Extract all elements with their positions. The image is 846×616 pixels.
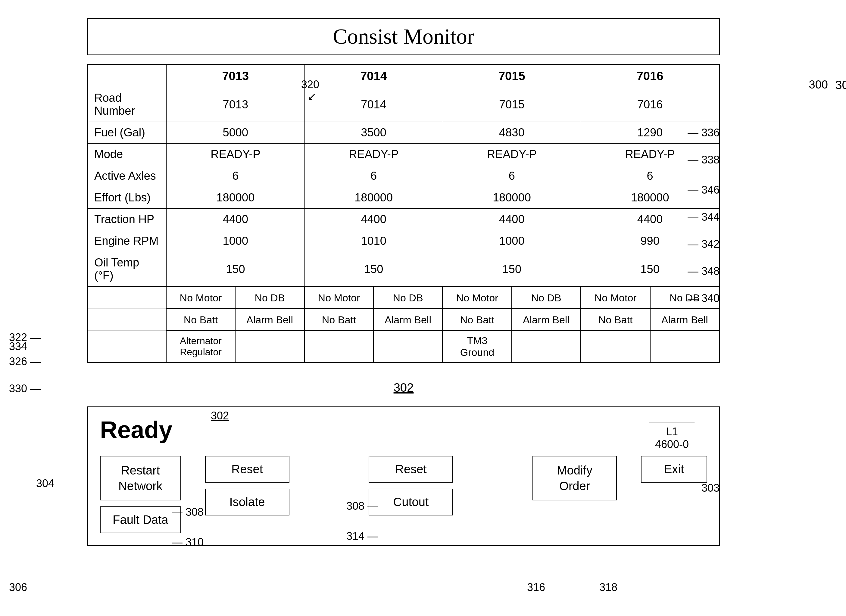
ref-346-label: — 346 [687,184,720,196]
u4-empty2 [650,331,720,362]
alert-label-empty-1 [88,287,166,309]
reset1-button[interactable]: Reset [205,456,289,483]
ref-348-label: — 348 [687,265,720,277]
btn-group-4: Modify Order [532,456,617,500]
data-table: 7013701470157016Road Number7013701470157… [88,65,719,287]
restart-network-button[interactable]: Restart Network [100,456,181,500]
row-label-1: Fuel (Gal) [88,122,166,144]
row-0-col-2: 7015 [443,87,581,122]
ref-326-label: 326 — [9,355,41,368]
btn-group-5: Exit [641,456,707,483]
row-0-col-0: 7013 [166,87,305,122]
row-label-7: Oil Temp (°F) [88,252,166,287]
alert-label-empty-2 [88,309,166,331]
unit3-row1: No Motor No DB [443,287,581,309]
ref-300-label: 300 [809,78,828,91]
table-row: Road Number7013701470157016 [88,87,719,122]
bottom-panel: Ready L1 4600-0 Restart Network Fault Da… [87,406,720,546]
modify-order-button[interactable]: Modify Order [532,456,617,500]
unit4-row3 [581,331,719,362]
u2-no-batt: No Batt [304,309,373,331]
row-3-col-1: 6 [304,165,443,187]
row-3-col-2: 6 [443,165,581,187]
u1-alarm-bell: Alarm Bell [235,309,304,331]
alert-row2-data: No Batt Alarm Bell No Batt Alarm Bell No… [166,309,719,331]
row-5-col-2: 4400 [443,209,581,230]
ref-314-label: 314 — [347,530,378,543]
table-row: Fuel (Gal)5000350048301290 [88,122,719,144]
alert-label-empty-3 [88,331,166,362]
ready-label: Ready [100,416,707,444]
row-1-col-0: 5000 [166,122,305,144]
row-label-4: Effort (Lbs) [88,187,166,209]
alert-section: No Motor No DB No Motor No DB No Motor N… [88,287,719,362]
row-4-col-1: 180000 [304,187,443,209]
ref-320-arrow: ↙ [307,90,316,103]
row-4-col-2: 180000 [443,187,581,209]
alert-row-1: No Motor No DB No Motor No DB No Motor N… [88,287,719,309]
row-label-5: Traction HP [88,209,166,230]
row-label-2: Mode [88,144,166,165]
u1-no-db: No DB [235,287,304,309]
row-7-col-2: 150 [443,252,581,287]
u1-no-motor: No Motor [166,287,235,309]
ref-342-label: — 342 [687,238,720,251]
isolate-button[interactable]: Isolate [205,488,289,515]
info-line1: L1 [655,425,689,438]
u2-no-db: No DB [373,287,442,309]
fault-data-button[interactable]: Fault Data [100,506,181,533]
u2-empty2 [373,331,442,362]
u2-alarm-bell: Alarm Bell [373,309,442,331]
row-label-3: Active Axles [88,165,166,187]
button-row: Restart Network Fault Data Reset Isolate… [100,456,707,533]
exit-button[interactable]: Exit [641,456,707,483]
ref-338-label: — 338 [687,154,720,166]
u4-no-motor: No Motor [581,287,650,309]
table-row: ModeREADY-PREADY-PREADY-PREADY-P [88,144,719,165]
unit1-row3: Alternator Regulator [166,331,304,362]
ref-336-label: — 336 [687,126,720,139]
ref-308b-label: 308 — [347,500,378,512]
ref-320-label: 320 [301,78,319,91]
ref-316-label: 316 [527,581,545,594]
row-6-col-1: 1010 [304,230,443,252]
table-header-col-7016: 7016 [581,65,719,87]
ref-300: 300 [835,78,846,92]
u3-no-db: No DB [512,287,581,309]
row-7-col-1: 150 [304,252,443,287]
table-header-label [88,65,166,87]
u2-no-motor: No Motor [304,287,373,309]
btn-group-2: Reset Isolate [205,456,289,515]
alert-row-2: No Batt Alarm Bell No Batt Alarm Bell No… [88,309,719,331]
row-0-col-3: 7016 [581,87,719,122]
row-1-col-2: 4830 [443,122,581,144]
ref-344-label: — 344 [687,211,720,223]
btn-group-1: Restart Network Fault Data [100,456,181,533]
row-2-col-1: READY-P [304,144,443,165]
row-0-col-1: 7014 [304,87,443,122]
unit4-row2: No Batt Alarm Bell [581,309,719,331]
u4-no-batt: No Batt [581,309,650,331]
ref-302: 302 [12,381,795,395]
unit3-row3: TM3 Ground [443,331,581,362]
u3-alarm-bell: Alarm Bell [512,309,581,331]
unit2-row3 [304,331,443,362]
unit1-row2: No Batt Alarm Bell [166,309,304,331]
row-6-col-0: 1000 [166,230,305,252]
alert-row-3: Alternator Regulator TM3 Ground [88,331,719,362]
u3-no-batt: No Batt [443,309,512,331]
reset2-button[interactable]: Reset [369,456,453,483]
ref-302-bottom: 302 [211,409,229,422]
u3-tm3-ground: TM3 Ground [443,331,512,362]
row-2-col-2: READY-P [443,144,581,165]
row-5-col-1: 4400 [304,209,443,230]
ref-330-label: 330 — [9,382,41,395]
table-header-col-7014: 7014 [304,65,443,87]
table-row: Engine RPM100010101000990 [88,230,719,252]
unit1-row1: No Motor No DB [166,287,304,309]
ref-318-label: 318 [599,581,617,594]
ref-306-label: 306 [9,581,27,594]
row-5-col-0: 4400 [166,209,305,230]
u4-empty1 [581,331,650,362]
cutout-button[interactable]: Cutout [369,488,453,515]
